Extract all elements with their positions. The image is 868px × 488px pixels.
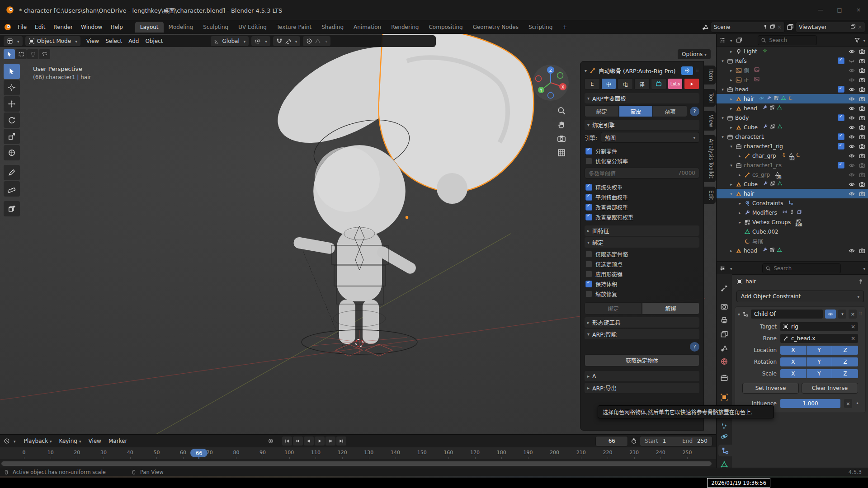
eye-icon[interactable] bbox=[849, 96, 855, 102]
camera-icon[interactable] bbox=[859, 86, 865, 93]
filter-icon[interactable] bbox=[854, 37, 860, 43]
lasso-select-button[interactable] bbox=[39, 49, 50, 59]
current-frame-field[interactable]: 66 bbox=[595, 436, 628, 446]
outliner-row[interactable]: character1 bbox=[717, 132, 868, 141]
expand-arrow-icon[interactable] bbox=[737, 154, 742, 158]
camera-icon[interactable] bbox=[859, 96, 865, 102]
tab-animation[interactable]: Animation bbox=[349, 22, 386, 33]
tab-sculpting[interactable]: Sculpting bbox=[198, 22, 233, 33]
eye-icon[interactable] bbox=[849, 153, 855, 159]
arp-main-section[interactable]: ARP主要面板 bbox=[585, 93, 699, 103]
camera-icon[interactable] bbox=[859, 134, 865, 140]
jump-to-start-button[interactable] bbox=[282, 436, 292, 446]
n-panel-tab-analysis-toolkit[interactable]: Analysis Toolkit bbox=[704, 135, 716, 182]
community-link-button[interactable]: LaLa bbox=[668, 78, 683, 89]
menu-window[interactable]: Window bbox=[77, 22, 106, 32]
properties-tab-view-layer[interactable] bbox=[718, 328, 731, 340]
tab-geometry-nodes[interactable]: Geometry Nodes bbox=[468, 22, 524, 33]
properties-search[interactable] bbox=[762, 263, 841, 273]
tab-texture-paint[interactable]: Texture Paint bbox=[272, 22, 316, 33]
tweak-tool-button[interactable] bbox=[4, 64, 20, 79]
eye-icon[interactable] bbox=[849, 134, 855, 140]
move-tool-button[interactable] bbox=[4, 96, 20, 112]
camera-icon[interactable] bbox=[859, 162, 865, 169]
camera-icon[interactable] bbox=[859, 67, 865, 74]
editor-type-chevron[interactable] bbox=[728, 37, 732, 43]
timeline-menu-view[interactable]: View bbox=[85, 438, 104, 444]
camera-icon[interactable] bbox=[859, 181, 865, 188]
pin-icon[interactable] bbox=[763, 24, 768, 29]
arp-shapekey-section[interactable]: 形态键工具 bbox=[585, 317, 699, 328]
scale-tool-button[interactable] bbox=[4, 129, 20, 144]
panel-drag-handle[interactable]: ⠿ bbox=[696, 68, 699, 73]
minimize-button[interactable]: — bbox=[811, 3, 830, 17]
location-z-toggle[interactable]: Z bbox=[832, 346, 858, 355]
constraint-enable-button[interactable] bbox=[825, 310, 836, 319]
options-button[interactable]: Options bbox=[678, 49, 711, 59]
timeline-ruler[interactable]: 0102030405060708090100110120130140150160… bbox=[0, 447, 716, 459]
pin-icon[interactable] bbox=[858, 278, 864, 285]
influence-slider[interactable]: 1.000 bbox=[780, 399, 840, 408]
menu-render[interactable]: Render bbox=[49, 22, 77, 32]
expand-arrow-icon[interactable] bbox=[729, 182, 734, 187]
eye-icon[interactable] bbox=[849, 143, 855, 150]
editor-type-chevron[interactable] bbox=[12, 438, 16, 444]
rotation-y-toggle[interactable]: Y bbox=[807, 357, 832, 366]
copy-icon[interactable] bbox=[850, 24, 856, 29]
camera-icon[interactable] bbox=[859, 48, 865, 55]
tab-modeling[interactable]: Modeling bbox=[164, 22, 198, 33]
tab-scripting[interactable]: Scripting bbox=[524, 22, 557, 33]
outliner-row[interactable]: Light bbox=[717, 47, 868, 56]
arp-weight-option-1-checkbox[interactable] bbox=[585, 194, 592, 201]
lang-alt2-button[interactable]: 译 bbox=[634, 78, 650, 89]
eye-icon[interactable] bbox=[849, 115, 855, 121]
expand-arrow-icon[interactable] bbox=[729, 97, 734, 101]
help-button[interactable]: ? bbox=[690, 107, 699, 116]
properties-tab-scene[interactable] bbox=[718, 343, 731, 354]
expand-arrow-icon[interactable] bbox=[729, 125, 734, 130]
tab-shading[interactable]: Shading bbox=[316, 22, 349, 33]
constraint-name-field[interactable]: Child Of bbox=[751, 310, 823, 319]
scene-datablock-icon[interactable] bbox=[702, 23, 709, 31]
outliner-row[interactable]: Constraints bbox=[717, 198, 868, 208]
transform-tool-button[interactable] bbox=[4, 145, 20, 160]
eye-icon[interactable] bbox=[849, 48, 855, 55]
expand-arrow-icon[interactable] bbox=[729, 163, 734, 168]
outliner-row[interactable]: Cube.002 bbox=[717, 227, 868, 236]
expand-arrow-icon[interactable] bbox=[720, 87, 725, 92]
arp-hidden-section[interactable]: A bbox=[585, 371, 699, 381]
expand-arrow-icon[interactable] bbox=[737, 201, 742, 206]
transform-orientation-selector[interactable]: Global bbox=[211, 36, 249, 46]
play-reverse-button[interactable] bbox=[304, 436, 314, 446]
constraint-extras-button[interactable]: ▾ bbox=[838, 310, 846, 319]
menu-file[interactable]: File bbox=[14, 22, 31, 32]
clear-inverse-button[interactable]: Clear Inverse bbox=[802, 383, 858, 394]
3d-viewport[interactable]: Object Mode ViewSelectAddObject Global O… bbox=[0, 34, 716, 434]
outliner-row[interactable]: head bbox=[717, 103, 868, 113]
properties-tab-object[interactable] bbox=[718, 391, 731, 403]
outliner-row[interactable]: 马尾 bbox=[717, 236, 868, 246]
mode-selector[interactable]: Object Mode bbox=[25, 36, 80, 46]
pan-hand-icon[interactable] bbox=[557, 120, 566, 129]
camera-icon[interactable] bbox=[859, 143, 865, 150]
auto-key-button[interactable] bbox=[266, 436, 276, 446]
viewlayer-selector[interactable]: ViewLayer × bbox=[796, 22, 865, 33]
arp-bind-option-1-checkbox[interactable] bbox=[585, 261, 592, 267]
windows-taskbar[interactable]: 2026/01/19 19:36:56 bbox=[0, 478, 868, 488]
rotation-z-toggle[interactable]: Z bbox=[832, 357, 858, 366]
arp-engine-section[interactable]: 绑定引擎 bbox=[585, 120, 699, 130]
breadcrumb-object[interactable]: hair bbox=[745, 278, 756, 285]
play-button[interactable] bbox=[315, 436, 325, 446]
eye-icon[interactable] bbox=[849, 77, 855, 83]
constraint-delete-button[interactable]: × bbox=[849, 310, 857, 319]
eye-icon[interactable] bbox=[849, 105, 855, 112]
arp-mode-0-button[interactable]: 绑定 bbox=[585, 105, 619, 117]
close-button[interactable]: × bbox=[849, 3, 868, 17]
properties-tab-output[interactable] bbox=[718, 314, 731, 326]
properties-tab-collection[interactable] bbox=[718, 372, 731, 384]
constraint-collapse-icon[interactable] bbox=[738, 312, 740, 317]
bilibili-link-button[interactable] bbox=[651, 78, 666, 89]
properties-search-input[interactable] bbox=[773, 265, 825, 272]
lang-zh-button[interactable]: 中 bbox=[601, 78, 617, 89]
outliner-search-input[interactable] bbox=[769, 37, 814, 44]
